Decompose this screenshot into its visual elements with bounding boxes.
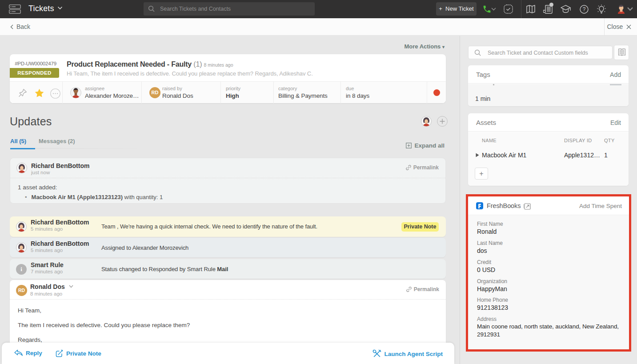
svg-text:?: ? bbox=[583, 6, 586, 12]
